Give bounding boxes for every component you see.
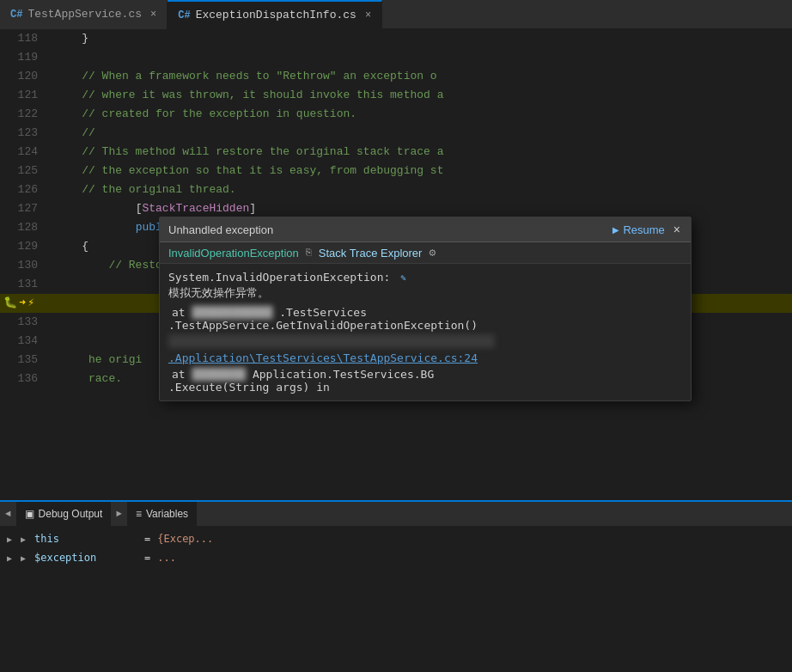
exception-message-line: System.InvalidOperationException: ✎	[168, 271, 682, 284]
code-line-122: 122 // created for the exception in ques…	[0, 105, 792, 124]
panel-collapse-arrow[interactable]: ◄	[0, 509, 16, 519]
lightning-icon: ⚡	[27, 294, 34, 313]
variable-row-this[interactable]: ▶ ▶ this = {Excep...	[0, 529, 792, 548]
var-equals-this: =	[144, 533, 150, 545]
stack-frame-1: at ████████████ .TestServices	[172, 306, 682, 319]
line-num-135: 135	[0, 351, 52, 370]
arrow-right-icon: ➜	[19, 294, 26, 313]
line-num-121: 121	[0, 86, 52, 105]
csharp-icon-2: C#	[178, 9, 190, 21]
line-content-120: // When a framework needs to "Rethrow" a…	[52, 67, 792, 86]
code-line-119: 119	[0, 48, 792, 67]
exception-chinese-message: 模拟无效操作异常。	[168, 285, 682, 301]
csharp-icon-1: C#	[10, 9, 22, 21]
line-num-136: 136	[0, 370, 52, 388]
var-name-exception: $exception	[34, 552, 137, 564]
popup-toolbar: InvalidOperationException ⎘ Stack Trace …	[160, 242, 691, 264]
line-num-123: 123	[0, 124, 52, 143]
play-icon: ▶	[612, 225, 619, 235]
bottom-panel: ◄ ▣ Debug Output ► ≡ Variables ▶ ▶ this …	[0, 500, 792, 672]
resume-label: Resume	[623, 223, 664, 236]
code-line-118: 118 }	[0, 29, 792, 48]
line-num-132: 🐛 ➜ ⚡	[0, 294, 52, 313]
var-name-this: this	[34, 533, 137, 545]
blurred-frame-2	[168, 334, 495, 348]
stack-frame-3b: .Execute(String args) in	[168, 381, 682, 394]
line-num-131: 131	[0, 275, 52, 294]
stack-frame-1b: .TestAppService.GetInvalidOperationExcep…	[168, 319, 682, 332]
line-content-124: // This method will restore the original…	[52, 143, 792, 162]
bug-icon: 🐛	[3, 294, 17, 313]
stack-trace-explorer-link[interactable]: Stack Trace Explorer	[319, 247, 423, 260]
chinese-text: 模拟无效操作异常。	[168, 286, 269, 299]
resume-button[interactable]: ▶ Resume	[612, 223, 664, 236]
tab1-label: TestAppService.cs	[27, 8, 142, 21]
code-line-124: 124 // This method will restore the orig…	[0, 143, 792, 162]
stack-frame-file: .Application\TestServices\TestAppService…	[168, 351, 682, 364]
line-content-118: }	[52, 29, 792, 48]
line-num-133: 133	[0, 313, 52, 332]
expand-icon-this[interactable]: ▶	[7, 535, 17, 544]
variable-row-exception[interactable]: ▶ ▶ $exception = ...	[0, 548, 792, 567]
method-1: .TestServices	[279, 306, 367, 319]
expand-icon-this-sub[interactable]: ▶	[21, 535, 31, 544]
popup-close-button[interactable]: ×	[672, 223, 682, 236]
variables-label: Variables	[146, 508, 188, 520]
file-link[interactable]: .Application\TestServices\TestAppService…	[168, 351, 478, 364]
variables-icon: ≡	[136, 508, 142, 520]
expand-icon-exception[interactable]: ▶	[7, 553, 17, 563]
copy-icon[interactable]: ⎘	[306, 247, 312, 258]
gear-icon[interactable]: ⚙	[429, 246, 436, 260]
var-value-this: {Excep...	[157, 533, 213, 545]
code-editor: 118 } 119 120 // When a framework needs …	[0, 29, 792, 500]
edit-icon[interactable]: ✎	[400, 272, 406, 284]
method-3: Application.TestServices.BG	[253, 368, 434, 381]
code-line-120: 120 // When a framework needs to "Rethro…	[0, 67, 792, 86]
popup-header: Unhandled exception ▶ Resume ×	[160, 217, 691, 242]
line-num-129: 129	[0, 237, 52, 256]
line-num-119: 119	[0, 48, 52, 67]
method-2: .TestAppService.GetInvalidOperationExcep…	[168, 319, 478, 332]
tab-test-app-service[interactable]: C# TestAppService.cs ×	[0, 0, 168, 29]
at-label-1: at	[172, 306, 192, 319]
popup-title: Unhandled exception	[168, 223, 273, 236]
tab-debug-output[interactable]: ▣ Debug Output	[16, 502, 112, 526]
line-num-127: 127	[0, 199, 52, 218]
line-content-122: // created for the exception in question…	[52, 105, 792, 124]
tab-exception-dispatch-info[interactable]: C# ExceptionDispatchInfo.cs ×	[168, 0, 382, 29]
code-line-125: 125 // the exception so that it is easy,…	[0, 162, 792, 180]
code-line-121: 121 // where it was thrown, it should in…	[0, 86, 792, 105]
tab2-label: ExceptionDispatchInfo.cs	[196, 9, 356, 21]
line-num-128: 128	[0, 218, 52, 237]
exception-message-text: System.InvalidOperationException:	[168, 271, 390, 284]
popup-actions: ▶ Resume ×	[612, 223, 682, 236]
bottom-tabs: ◄ ▣ Debug Output ► ≡ Variables	[0, 502, 792, 526]
line-num-120: 120	[0, 67, 52, 86]
exception-type-label: InvalidOperationException	[168, 247, 299, 260]
line-content-123: //	[52, 124, 792, 143]
popup-body[interactable]: System.InvalidOperationException: ✎ 模拟无效…	[160, 264, 691, 400]
code-line-123: 123 //	[0, 124, 792, 143]
debug-output-label: Debug Output	[39, 508, 103, 520]
tab-variables[interactable]: ≡ Variables	[127, 502, 197, 526]
line-num-130: 130	[0, 256, 52, 275]
line-num-125: 125	[0, 162, 52, 180]
tab-bar: C# TestAppService.cs × C# ExceptionDispa…	[0, 0, 792, 29]
line-num-134: 134	[0, 332, 52, 351]
panel-forward-arrow[interactable]: ►	[111, 509, 127, 519]
line-num-122: 122	[0, 105, 52, 124]
line-num-124: 124	[0, 143, 52, 162]
blurred-namespace-1: ████████████	[192, 306, 272, 319]
var-value-exception: ...	[157, 552, 176, 564]
stack-frame-3: at ████████ Application.TestServices.BG	[172, 368, 682, 381]
variables-panel: ▶ ▶ this = {Excep... ▶ ▶ $exception = ..…	[0, 526, 792, 571]
line-num-118: 118	[0, 29, 52, 48]
method-4: .Execute(String args) in	[168, 381, 330, 394]
expand-icon-exception-sub[interactable]: ▶	[21, 553, 31, 563]
tab2-close[interactable]: ×	[365, 9, 371, 21]
var-equals-exception: =	[144, 552, 150, 564]
line-content-121: // where it was thrown, it should invoke…	[52, 86, 792, 105]
tab1-close[interactable]: ×	[150, 9, 156, 21]
line-content-125: // the exception so that it is easy, fro…	[52, 162, 792, 180]
exception-popup: Unhandled exception ▶ Resume × InvalidOp…	[159, 217, 691, 401]
